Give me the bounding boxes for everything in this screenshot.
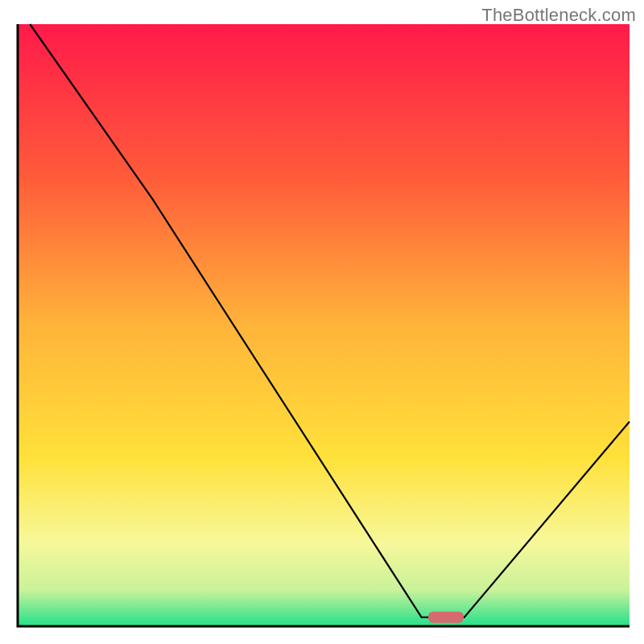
- chart-svg: [0, 0, 644, 644]
- gradient-background: [18, 24, 630, 626]
- bottleneck-chart: TheBottleneck.com: [0, 0, 644, 644]
- optimal-marker: [428, 612, 464, 623]
- plot-area: [18, 24, 630, 626]
- attribution-label: TheBottleneck.com: [481, 5, 636, 26]
